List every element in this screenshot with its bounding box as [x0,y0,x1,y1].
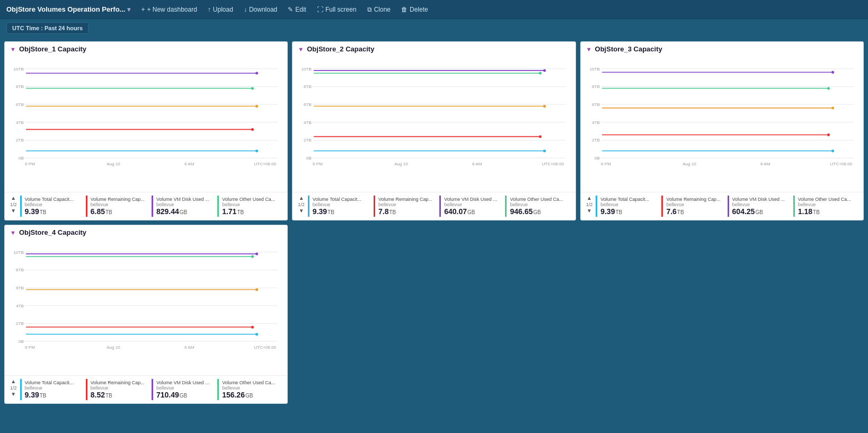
chart-area: 10TB8TB6TB4TB2TB0B6 PMAug 106 AMUTC+08:0… [5,54,287,192]
svg-text:6 AM: 6 AM [760,162,770,166]
metric-item-2: Volume VM Disk Used ... bellevue 829.44G… [152,196,217,217]
svg-text:6 PM: 6 PM [25,162,35,166]
svg-point-73 [831,107,834,109]
download-button[interactable]: ↓ Download [240,5,281,14]
metric-item-0: Volume Total Capacit... bellevue 9.39TB [596,196,661,217]
metric-sublabel: bellevue [91,202,148,207]
metric-sublabel: bellevue [666,202,724,207]
nav-up-arrow[interactable]: ▲ [11,379,16,384]
metric-item-3: Volume Other Used Ca... bellevue 156.26G… [217,379,283,400]
svg-point-77 [831,71,834,74]
metric-item-2: Volume VM Disk Used ... bellevue 604.25G… [728,196,793,217]
title-text: ObjStore Volumes Operation Perfo... [6,5,125,13]
upload-button[interactable]: ↑ Upload [203,5,237,14]
svg-point-25 [255,72,258,75]
time-range-badge[interactable]: UTC Time : Past 24 hours [6,22,88,34]
svg-text:2TB: 2TB [304,138,312,143]
svg-text:8TB: 8TB [16,268,24,272]
metric-item-1: Volume Remaining Cap... bellevue 7.8TB [374,196,439,217]
metric-unit: GB [245,393,253,399]
metric-label: Volume Remaining Cap... [666,197,724,202]
metric-label: Volume Total Capacit... [25,380,83,385]
svg-text:UTC+08:00: UTC+08:00 [254,162,276,166]
nav-up-arrow[interactable]: ▲ [587,196,592,201]
metrics-grid: Volume Total Capacit... bellevue 9.39TB … [308,196,571,217]
metric-label: Volume VM Disk Used ... [444,197,502,202]
new-dashboard-button[interactable]: + + New dashboard [137,5,201,14]
svg-text:6 PM: 6 PM [25,345,35,350]
delete-button[interactable]: 🗑 Delete [397,5,432,14]
metric-sublabel: bellevue [444,202,502,207]
svg-point-71 [827,134,830,136]
title-chevron-icon[interactable]: ▾ [127,6,130,13]
metric-label: Volume Remaining Cap... [378,197,436,202]
svg-text:10TB: 10TB [589,67,599,72]
chart-area: 10TB8TB6TB4TB2TB0B6 PMAug 106 AMUTC+08:0… [5,237,287,375]
svg-point-101 [251,255,254,258]
fullscreen-button[interactable]: ⛶ Full screen [313,5,361,14]
svg-point-23 [251,87,254,90]
edit-button[interactable]: ✎ Edit [284,5,311,14]
time-label: UTC Time : [12,25,45,31]
nav-down-arrow[interactable]: ▼ [11,392,16,397]
metric-sublabel: bellevue [600,202,658,207]
panel-header: ▼ ObjStore_3 Capacity [581,42,863,54]
metric-label: Volume Total Capacit... [600,197,658,202]
svg-text:4TB: 4TB [16,120,24,125]
nav-down-arrow[interactable]: ▼ [11,208,16,214]
svg-point-17 [255,149,258,152]
metric-value: 6.85TB [91,207,148,216]
svg-point-99 [255,288,258,291]
svg-text:4TB: 4TB [16,304,24,308]
svg-text:6TB: 6TB [304,102,312,107]
svg-point-95 [255,333,258,335]
upload-icon: ↑ [208,6,211,13]
metric-value: 1.18TB [798,207,856,216]
nav-up-arrow[interactable]: ▲ [299,196,304,201]
svg-text:10TB: 10TB [302,67,312,72]
page-nav: ▲ 1/2 ▼ [297,196,308,214]
metric-value: 9.39TB [313,207,370,216]
svg-text:Aug 10: Aug 10 [107,345,120,350]
svg-text:6 PM: 6 PM [601,162,611,166]
metric-unit: GB [533,209,541,215]
metrics-footer: ▲ 1/2 ▼ Volume Total Capacit... bellevue… [5,192,287,220]
svg-text:0B: 0B [19,156,24,161]
metric-item-0: Volume Total Capacit... bellevue 9.39TB [20,196,86,217]
metric-label: Volume VM Disk Used ... [156,197,214,202]
metric-label: Volume Other Used Ca... [222,380,280,385]
svg-text:6 AM: 6 AM [184,345,194,350]
page-indicator: 1/2 [586,202,593,207]
svg-text:6 AM: 6 AM [184,162,194,166]
svg-point-97 [251,326,254,329]
time-value: Past 24 hours [45,25,83,31]
svg-point-47 [543,105,546,108]
delete-icon: 🗑 [401,6,408,13]
metric-unit: GB [180,209,187,215]
nav-down-arrow[interactable]: ▼ [587,208,592,214]
svg-text:0B: 0B [595,156,600,161]
clone-icon: ⧉ [367,6,372,13]
svg-text:6 AM: 6 AM [472,162,482,166]
clone-button[interactable]: ⧉ Clone [363,5,395,14]
metric-item-0: Volume Total Capacit... bellevue 9.39TB [308,196,374,217]
nav-down-arrow[interactable]: ▼ [299,208,304,214]
panel-title: ObjStore_2 Capacity [307,45,374,53]
nav-up-arrow[interactable]: ▲ [11,196,16,201]
panel-title: ObjStore_1 Capacity [19,45,86,53]
metric-unit: TB [327,209,334,215]
svg-point-45 [539,135,542,138]
metric-label: Volume Other Used Ca... [222,197,280,202]
metric-value: 710.49GB [156,391,214,399]
dashboard-grid: ▼ ObjStore_1 Capacity 10TB8TB6TB4TB2TB0B… [0,37,868,408]
svg-point-21 [255,105,258,108]
svg-text:0B: 0B [306,156,312,161]
metrics-footer: ▲ 1/2 ▼ Volume Total Capacit... bellevue… [581,192,863,220]
metric-sublabel: bellevue [313,202,370,207]
svg-text:4TB: 4TB [304,120,312,125]
metric-sublabel: bellevue [91,385,148,391]
svg-text:2TB: 2TB [16,138,24,143]
metrics-grid: Volume Total Capacit... bellevue 9.39TB … [20,196,284,217]
svg-text:UTC+08:00: UTC+08:00 [254,345,276,350]
metric-label: Volume Remaining Cap... [91,380,148,385]
